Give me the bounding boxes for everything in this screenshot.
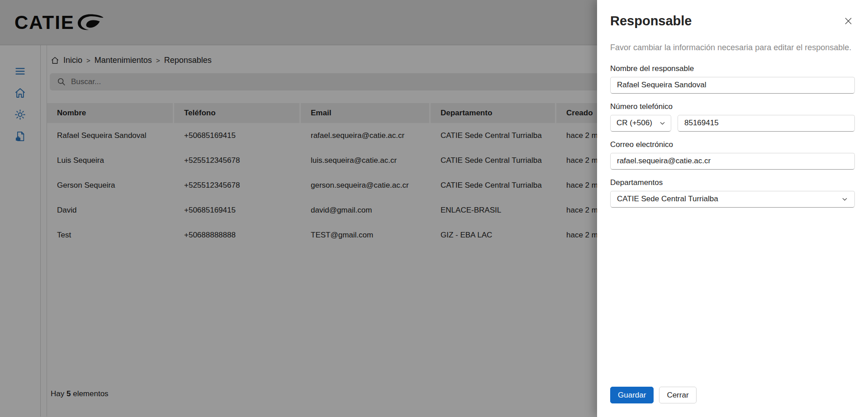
drawer-subtitle: Favor cambiar la información necesaria p… [610,43,855,53]
responsable-drawer: Responsable Favor cambiar la información… [597,0,868,417]
chevron-down-icon [841,196,848,203]
phone-number-input[interactable] [678,115,855,132]
department-value: CATIE Sede Central Turrialba [617,194,718,204]
email-input[interactable] [610,153,855,170]
department-select[interactable]: CATIE Sede Central Turrialba [610,191,855,208]
responsable-form: Nombre del responsable Número telefónico… [610,64,855,208]
email-label: Correo electrónico [610,140,855,149]
name-label: Nombre del responsable [610,64,855,73]
save-button[interactable]: Guardar [610,387,654,403]
country-code-select[interactable]: CR (+506) [610,115,671,132]
chevron-down-icon [659,120,666,127]
close-icon [844,17,853,25]
departments-label: Departamentos [610,178,855,187]
drawer-title: Responsable [610,14,692,28]
close-button[interactable] [841,14,855,28]
cancel-button[interactable]: Cerrar [659,387,696,403]
name-input[interactable] [610,77,855,94]
phone-label: Número telefónico [610,102,855,111]
country-code-value: CR (+506) [617,118,652,128]
